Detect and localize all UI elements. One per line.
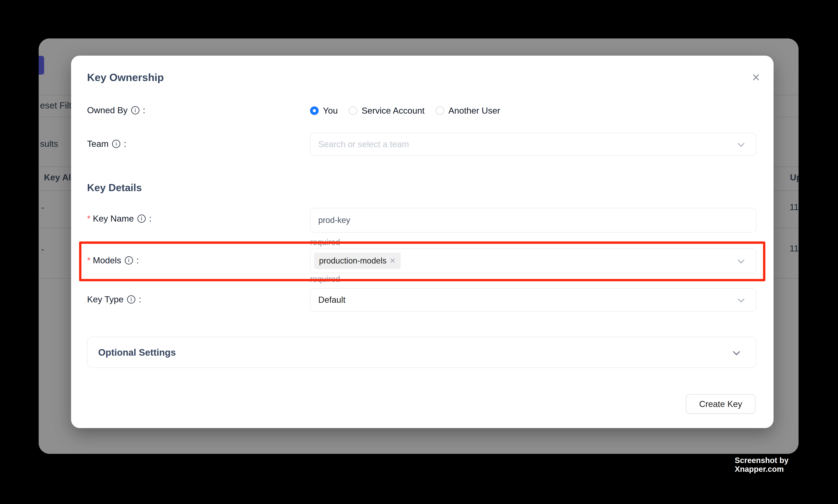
- team-label-text: Team: [87, 139, 109, 149]
- colon: :: [149, 214, 152, 224]
- key-type-label-text: Key Type: [87, 294, 124, 305]
- modal-title: Key Ownership: [87, 71, 164, 83]
- radio-label: Another User: [448, 106, 500, 116]
- key-type-select[interactable]: Default: [310, 288, 756, 311]
- key-name-validation-message: required: [310, 237, 340, 247]
- create-key-button[interactable]: Create Key: [686, 394, 755, 414]
- close-icon[interactable]: ✕: [748, 70, 764, 85]
- key-name-value: prod-key: [310, 216, 350, 225]
- chevron-down-icon: [738, 257, 745, 263]
- chevron-down-icon: [738, 140, 745, 147]
- owned-by-label: Owned By i :: [87, 105, 145, 115]
- colon: :: [124, 139, 126, 149]
- optional-settings-title: Optional Settings: [98, 347, 176, 358]
- selected-model-tag-text: production-models: [319, 256, 387, 266]
- optional-settings-panel[interactable]: Optional Settings: [87, 337, 756, 368]
- owned-by-label-text: Owned By: [87, 105, 128, 115]
- radio-label: Service Account: [362, 106, 425, 116]
- required-asterisk: *: [87, 255, 91, 266]
- radio-service-account[interactable]: Service Account: [349, 106, 425, 116]
- key-type-value: Default: [310, 295, 345, 305]
- required-asterisk: *: [87, 214, 91, 224]
- team-label: Team i :: [87, 139, 126, 149]
- info-icon[interactable]: i: [112, 140, 120, 148]
- key-name-input[interactable]: prod-key: [310, 208, 756, 233]
- chevron-down-icon: [733, 348, 740, 356]
- colon: :: [139, 294, 141, 305]
- radio-you[interactable]: You: [310, 106, 338, 116]
- models-label-text: Models: [93, 255, 121, 266]
- team-select[interactable]: Search or select a team: [310, 133, 756, 156]
- info-icon[interactable]: i: [138, 215, 146, 223]
- models-label: * Models i :: [87, 255, 139, 266]
- colon: :: [137, 255, 139, 266]
- key-type-label: Key Type i :: [87, 294, 141, 305]
- chevron-down-icon: [738, 296, 745, 302]
- watermark-text: Screenshot by Xnapper.com: [735, 456, 838, 473]
- owned-by-radio-group: You Service Account Another User: [310, 106, 500, 116]
- models-select[interactable]: production-models ✕: [310, 249, 756, 273]
- radio-circle[interactable]: [435, 106, 444, 115]
- key-details-title: Key Details: [87, 182, 142, 194]
- create-key-modal: ✕ Key Ownership Owned By i : You Service…: [71, 56, 773, 428]
- radio-circle[interactable]: [310, 106, 319, 115]
- info-icon[interactable]: i: [127, 295, 135, 304]
- tag-remove-icon[interactable]: ✕: [390, 257, 396, 265]
- selected-model-tag: production-models ✕: [314, 253, 400, 269]
- models-validation-message: required: [310, 274, 340, 284]
- key-name-label-text: Key Name: [93, 214, 134, 224]
- screenshot-canvas: eset Filt sults Key Alia Up - 11/ - 11/ …: [0, 0, 838, 504]
- radio-label: You: [323, 106, 338, 116]
- info-icon[interactable]: i: [131, 106, 139, 114]
- team-select-placeholder: Search or select a team: [310, 139, 409, 149]
- info-icon[interactable]: i: [125, 256, 133, 265]
- radio-another-user[interactable]: Another User: [435, 106, 500, 116]
- radio-circle[interactable]: [349, 106, 357, 115]
- key-name-label: * Key Name i :: [87, 214, 151, 224]
- colon: :: [143, 105, 145, 115]
